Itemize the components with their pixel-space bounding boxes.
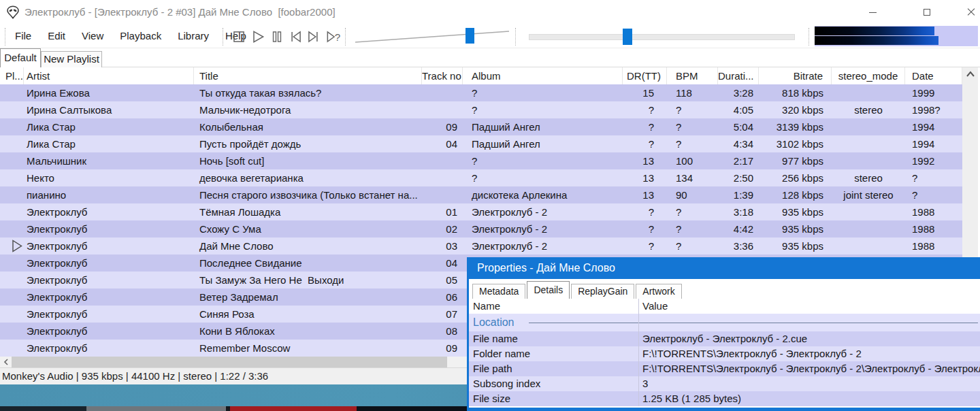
- column-header-bpm[interactable]: BPM: [667, 67, 718, 84]
- cell-stereo: [832, 118, 905, 135]
- volume-slider[interactable]: [350, 26, 514, 48]
- cell-stereo: [832, 152, 905, 169]
- cell-pl: [0, 306, 24, 323]
- tab-details[interactable]: Details: [527, 281, 570, 299]
- cell-pl: [0, 323, 24, 340]
- playlist-row[interactable]: ЭлектроклубСхожу С Ума02Электроклуб - 2?…: [0, 220, 962, 237]
- cell-bitrate: 935 kbps: [759, 203, 832, 220]
- column-header-dr[interactable]: DR(TT): [623, 67, 667, 84]
- playlist-row[interactable]: Лика СтарПусть пройдёт дождь04Падший Анг…: [0, 135, 962, 152]
- cell-dr: ?: [623, 101, 667, 118]
- volume-slider-handle[interactable]: [466, 28, 474, 44]
- cell-pl: [0, 84, 24, 101]
- seekbar-handle[interactable]: [623, 29, 632, 45]
- cell-bpm: ?: [667, 220, 718, 237]
- cell-duration: 4:05: [718, 101, 759, 118]
- cell-artist: Ирина Салтыкова: [24, 101, 194, 118]
- property-value: Электроклуб - Электроклуб - 2.cue: [642, 331, 980, 346]
- column-header-album[interactable]: Album: [463, 67, 623, 84]
- column-header-artist[interactable]: Artist: [24, 67, 194, 84]
- properties-dialog-titlebar[interactable]: Properties - Дай Мне Слово: [469, 257, 980, 279]
- next-button[interactable]: [306, 29, 322, 45]
- playlist-row[interactable]: МальчишникНочь [soft cut]?131002:17977 k…: [0, 152, 962, 169]
- tab-metadata[interactable]: Metadata: [472, 284, 525, 299]
- cell-bpm: 134: [667, 169, 718, 186]
- menu-view[interactable]: View: [74, 24, 112, 48]
- maximize-button[interactable]: [916, 3, 938, 22]
- tab-new-playlist[interactable]: New Playlist: [41, 51, 102, 67]
- playlist-row[interactable]: Ирина СалтыковаМальчик-недотрога???4:053…: [0, 101, 962, 118]
- cell-pl: [0, 220, 24, 237]
- playlist-row[interactable]: ЭлектроклубДай Мне Слово03Электроклуб - …: [0, 237, 962, 254]
- menu-playback[interactable]: Playback: [112, 24, 169, 48]
- toolbar-grip[interactable]: [5, 28, 5, 46]
- property-row[interactable]: File size1.25 KB (1 285 bytes): [469, 391, 980, 406]
- cell-date: 1988: [905, 220, 962, 237]
- column-header-bitrate[interactable]: Bitrate: [759, 67, 832, 84]
- random-button[interactable]: ?: [325, 29, 341, 45]
- scroll-left-button[interactable]: [0, 357, 12, 367]
- cell-title: Тёмная Лошадка: [194, 203, 422, 220]
- playlist-row[interactable]: пианиноПесня старого извозчика (Только в…: [0, 186, 962, 203]
- property-value: 1.25 KB (1 285 bytes): [642, 391, 980, 406]
- tab-replaygain[interactable]: ReplayGain: [571, 284, 634, 299]
- play-button[interactable]: [250, 29, 266, 45]
- name-column-header[interactable]: Name: [473, 299, 500, 314]
- scroll-up-button[interactable]: [962, 67, 978, 81]
- cell-title: Remember Moscow: [194, 340, 422, 357]
- column-header-track[interactable]: Track no: [422, 67, 463, 84]
- seekbar[interactable]: [529, 34, 795, 40]
- cell-artist: Электроклуб: [24, 289, 194, 306]
- cell-duration: 4:34: [718, 135, 759, 152]
- cell-track: 07: [422, 306, 463, 323]
- menu-file[interactable]: File: [7, 24, 39, 48]
- menu-library[interactable]: Library: [169, 24, 217, 48]
- playing-indicator-icon: [11, 239, 23, 253]
- property-row[interactable]: File nameЭлектроклуб - Электроклуб - 2.c…: [469, 331, 980, 346]
- value-column-header[interactable]: Value: [642, 299, 668, 314]
- menu-edit[interactable]: Edit: [39, 24, 74, 48]
- tab-artwork[interactable]: Artwork: [636, 284, 681, 299]
- column-header-duration[interactable]: Durati...: [718, 67, 759, 84]
- playlist-row[interactable]: ЭлектроклубТёмная Лошадка01Электроклуб -…: [0, 203, 962, 220]
- column-header-title[interactable]: Title: [194, 67, 422, 84]
- property-row[interactable]: Subsong index3: [469, 376, 980, 391]
- cell-artist: Электроклуб: [24, 254, 194, 272]
- cell-bitrate: 977 kbps: [759, 152, 832, 169]
- cell-title: Мальчик-недотрога: [194, 101, 422, 118]
- pause-icon: [269, 29, 285, 45]
- column-header-pl[interactable]: Pl...: [0, 67, 24, 84]
- cell-duration: 2:17: [718, 152, 759, 169]
- cell-duration: 3:18: [718, 203, 759, 220]
- cell-dr: 13: [623, 152, 667, 169]
- cell-artist: Лика Стар: [24, 135, 194, 152]
- cell-artist: Некто: [24, 169, 194, 186]
- pause-button[interactable]: [269, 29, 285, 45]
- cell-title: Песня старого извозчика (Только встанет …: [194, 186, 422, 203]
- cell-artist: Ирина Ежова: [24, 84, 194, 101]
- property-name: File name: [473, 331, 636, 346]
- spectrum-visualizer: [815, 26, 978, 46]
- playlist-row[interactable]: Нектодевочка вегетарианка?131342:50256 k…: [0, 169, 962, 186]
- playlist-row[interactable]: Ирина ЕжоваТы откуда такая взялась??1511…: [0, 84, 962, 101]
- stop-button[interactable]: [231, 29, 247, 45]
- cell-bpm: 118: [667, 84, 718, 101]
- cell-date: 1988: [905, 203, 962, 220]
- cell-duration: 4:42: [718, 220, 759, 237]
- column-header-stereo[interactable]: stereo_mode: [832, 67, 905, 84]
- playlist-header: Pl...ArtistTitleTrack noAlbumDR(TT)BPMDu…: [0, 67, 962, 84]
- cell-track: [422, 186, 463, 203]
- property-row[interactable]: Folder nameF:\!TORRENTS\Электроклуб - Эл…: [469, 346, 980, 361]
- cell-bpm: ?: [667, 237, 718, 254]
- close-button[interactable]: [960, 3, 980, 22]
- column-header-date[interactable]: Date: [905, 67, 962, 84]
- previous-button[interactable]: [287, 29, 304, 45]
- tab-default[interactable]: Default: [0, 48, 41, 67]
- property-row[interactable]: File pathF:\!TORRENTS\Электроклуб - Элек…: [469, 361, 980, 376]
- horizontal-scrollbar-thumb[interactable]: [12, 357, 447, 367]
- window-titlebar[interactable]: Электроклуб - [Электроклуб - 2 #03] Дай …: [0, 0, 980, 24]
- playlist-row[interactable]: Лика СтарКолыбельная09Падший Ангел??5:04…: [0, 118, 962, 135]
- cell-stereo: [832, 84, 905, 101]
- minimize-button[interactable]: [862, 3, 883, 22]
- foobar2000-logo-icon: [5, 5, 20, 20]
